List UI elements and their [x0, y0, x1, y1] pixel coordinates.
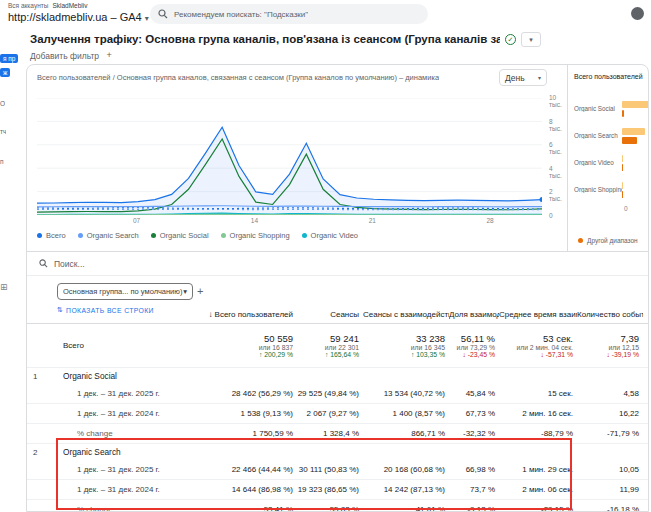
bar[interactable]: [622, 101, 649, 108]
totals-value: 56,11 %: [449, 333, 495, 344]
bar-pair: [622, 128, 649, 144]
expand-rows-icon: ⇅: [57, 306, 63, 314]
line-chart-plot[interactable]: [37, 98, 542, 215]
row-label: 1 дек. – 31 дек. 2024 г.: [63, 485, 209, 494]
metric-cell: 2 067 (9,27 %): [297, 409, 363, 418]
metric-cell: 30 111 (50,83 %): [297, 465, 363, 474]
breadcrumb[interactable]: Вся аккаунтыSkladMebliv: [8, 2, 87, 9]
granularity-select[interactable]: День ▾: [499, 69, 547, 86]
table-row[interactable]: % change1 750,59 %1 328,4 %866,71 %-32,3…: [27, 424, 649, 444]
sidebar-item[interactable]: ж: [0, 68, 10, 77]
breadcrumb-account[interactable]: SkladMebliv: [52, 2, 87, 9]
bar[interactable]: [622, 128, 645, 135]
bar[interactable]: [622, 191, 623, 198]
line-chart-section: Всего пользователей / Основная группа ка…: [27, 65, 567, 251]
sidebar-item[interactable]: я пр: [0, 54, 18, 63]
metric-cell: 20 168 (60,68 %): [363, 465, 449, 474]
table-row[interactable]: 1 дек. – 31 дек. 2025 г.28 462 (56,29 %)…: [27, 384, 649, 404]
bar-category-label: Organic Search: [574, 132, 622, 139]
table-group-header[interactable]: 1Organic Social: [27, 368, 649, 384]
column-header-label: Доля взаимод.: [449, 310, 499, 319]
table-row[interactable]: 1 дек. – 31 дек. 2024 г.1 538 (9,13 %)2 …: [27, 404, 649, 424]
sidebar-item[interactable]: ⊞: [0, 282, 8, 292]
bar[interactable]: [622, 110, 624, 117]
metric-cell: -16,18 %: [577, 505, 643, 512]
table-group-header[interactable]: 2Organic Search: [27, 444, 649, 460]
breadcrumb-all-accounts[interactable]: Вся аккаунты: [8, 2, 48, 9]
report-options-button[interactable]: ▾: [521, 32, 541, 47]
metric-cell: 1 750,59 %: [209, 429, 297, 438]
row-label: % change: [63, 505, 209, 512]
column-header[interactable]: Сеансы с взаимодействием: [363, 310, 449, 320]
dimension-select-value: Основная группа... по умолчанию): [63, 287, 182, 296]
table-search[interactable]: Поиск...: [27, 252, 649, 276]
bar[interactable]: [622, 164, 623, 171]
bar-category-label: Organic Video: [574, 159, 622, 166]
column-header-label: Количество событий за сеанс: [577, 310, 643, 319]
totals-metric-cell: 53 сек.или 2 мин. 04 сек.↓ -57,31 %: [499, 333, 577, 358]
sidebar-item[interactable]: тч: [0, 128, 6, 135]
metric-cell: 19 323 (86,65 %): [297, 485, 363, 494]
sidebar-item[interactable]: п: [0, 158, 4, 165]
add-dimension-button[interactable]: +: [197, 285, 203, 297]
report-title-row: Залучення трафіку: Основна група каналів…: [30, 30, 630, 48]
column-header[interactable]: Сеансы: [297, 310, 363, 320]
granularity-value: День: [505, 73, 525, 83]
legend-item[interactable]: Всего: [37, 231, 66, 240]
totals-delta: ↓ -57,31 %: [499, 351, 573, 358]
x-tick-label: 28: [487, 217, 494, 224]
legend-label: Organic Video: [311, 231, 358, 240]
column-header[interactable]: ↓Всего пользователей: [209, 310, 297, 320]
totals-value: 53 сек.: [499, 333, 573, 344]
legend-item[interactable]: Organic Video: [302, 231, 358, 240]
table-body: Всего50 559или 16 837↑ 200,29 %59 241или…: [27, 324, 649, 512]
metric-cell: 45,84 %: [449, 389, 499, 398]
column-header[interactable]: Количество событий за сеанс: [577, 310, 643, 320]
legend-item[interactable]: Organic Social: [151, 231, 209, 240]
bar-pair: [622, 155, 649, 171]
column-header[interactable]: Доля взаимод.: [449, 310, 499, 320]
table-row[interactable]: 1 дек. – 31 дек. 2025 г.22 466 (44,44 %)…: [27, 460, 649, 480]
avatar[interactable]: [631, 7, 644, 20]
legend-label: Organic Search: [87, 231, 139, 240]
legend-dot-icon: [37, 233, 42, 238]
bar[interactable]: [622, 182, 623, 189]
metric-cell: 73,7 %: [449, 485, 499, 494]
column-header-label: Сеансы: [330, 310, 359, 319]
metric-cell: 1 400 (8,57 %): [363, 409, 449, 418]
chart-legend: ВсегоOrganic SearchOrganic SocialOrganic…: [37, 231, 358, 240]
totals-secondary: или 2 мин. 04 сек.: [499, 344, 573, 351]
bar-pair: [622, 101, 649, 117]
column-header-label: Среднее время взаимодействия на сеанс: [499, 310, 577, 319]
metric-cell: -9,13 %: [449, 505, 499, 512]
y-tick-label: 4 тыс.: [549, 165, 567, 179]
bar-chart-title: Всего пользователей: [574, 73, 643, 80]
search-placeholder: Рекомендуем поискать: "Подсказки": [174, 10, 308, 19]
show-all-rows-button[interactable]: ⇅ ПОКАЗАТЬ ВСЕ СТРОКИ: [57, 306, 154, 314]
table-row[interactable]: 1 дек. – 31 дек. 2024 г.14 644 (86,98 %)…: [27, 480, 649, 500]
table-row[interactable]: % change53,41 %55,83 %41,61 %-9,13 %-29,…: [27, 500, 649, 512]
add-filter-button[interactable]: Добавить фильтр +: [30, 49, 114, 63]
sidebar-item[interactable]: О: [0, 100, 5, 107]
y-axis-labels: 10 тыс.8 тыс.6 тыс.4 тыс.2 тыс.0: [549, 94, 567, 219]
bar[interactable]: [622, 155, 623, 162]
property-selector[interactable]: http://skladmebliv.ua – GA4▾: [8, 11, 149, 23]
totals-value: 59 241: [297, 333, 359, 344]
bar[interactable]: [622, 137, 637, 144]
dimension-select[interactable]: Основная группа... по умолчанию) ▾: [57, 283, 193, 300]
table-search-placeholder: Поиск...: [54, 259, 85, 269]
y-tick-label: 10 тыс.: [549, 94, 567, 108]
legend-item[interactable]: Organic Shopping: [221, 231, 290, 240]
group-channel-name: Organic Social: [63, 371, 209, 381]
chevron-down-icon: ▾: [538, 74, 541, 81]
table-row-totals: Всего50 559или 16 837↑ 200,29 %59 241или…: [27, 324, 649, 368]
search-icon: [39, 259, 48, 268]
metric-cell: 41,61 %: [363, 505, 449, 512]
global-search[interactable]: Рекомендуем поискать: "Подсказки": [150, 4, 428, 24]
totals-metric-cell: 56,11 %или 73,29 %↓ -23,45 %: [449, 333, 499, 358]
metric-cell: 22 466 (44,44 %): [209, 465, 297, 474]
metric-cell: 1 328,4 %: [297, 429, 363, 438]
column-header-label: Всего пользователей: [215, 310, 293, 320]
column-header[interactable]: Среднее время взаимодействия на сеанс: [499, 310, 577, 320]
legend-item[interactable]: Organic Search: [78, 231, 139, 240]
